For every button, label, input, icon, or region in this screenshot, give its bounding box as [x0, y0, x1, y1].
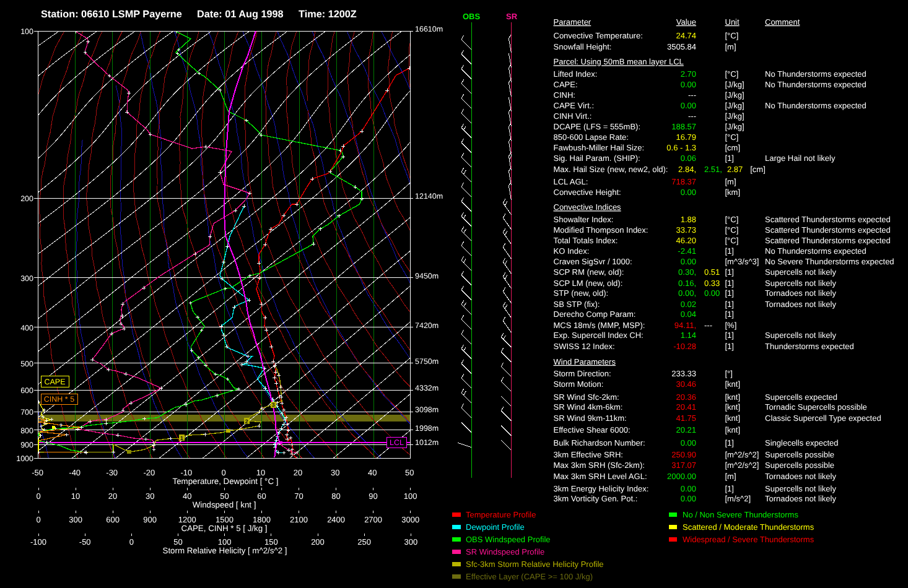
- svg-text:[km]: [km]: [725, 188, 741, 197]
- svg-text:0: 0: [36, 515, 40, 524]
- svg-text:40: 40: [183, 491, 191, 501]
- svg-text:188.57: 188.57: [671, 122, 696, 131]
- svg-text:[knt]: [knt]: [725, 379, 741, 389]
- svg-text:3km Energy Helicity Index:: 3km Energy Helicity Index:: [554, 484, 649, 493]
- svg-text:30.46: 30.46: [676, 379, 696, 389]
- svg-text:MCS 18m/s (MMP, MSP):: MCS 18m/s (MMP, MSP):: [554, 321, 645, 330]
- svg-text:0.02: 0.02: [681, 300, 696, 309]
- svg-text:SCP LM (new, old):: SCP LM (new, old):: [554, 279, 623, 288]
- svg-text:KO Index:: KO Index:: [554, 246, 590, 256]
- svg-text:3505.84: 3505.84: [667, 42, 696, 51]
- svg-text:Comment: Comment: [765, 17, 800, 27]
- svg-text:No Thunderstorms expected: No Thunderstorms expected: [765, 246, 867, 256]
- svg-text:250.90: 250.90: [671, 450, 696, 459]
- svg-text:[knt]: [knt]: [725, 425, 741, 435]
- svg-text:0.00: 0.00: [681, 484, 696, 493]
- svg-text:20: 20: [294, 468, 302, 477]
- svg-text:No Thunderstorms expected: No Thunderstorms expected: [765, 101, 867, 110]
- svg-text:[1]: [1]: [725, 153, 734, 163]
- svg-text:[knt]: [knt]: [725, 413, 741, 423]
- svg-text:3098m: 3098m: [415, 405, 439, 414]
- svg-text:CAPE Virt.:: CAPE Virt.:: [554, 101, 595, 110]
- svg-text:Sfc-3km Storm Relative Helicit: Sfc-3km Storm Relative Helicity Profile: [466, 560, 604, 569]
- svg-text:CINH:: CINH:: [554, 90, 575, 100]
- svg-text:Temperature Profile: Temperature Profile: [466, 510, 536, 519]
- svg-text:Convective Indices: Convective Indices: [554, 202, 622, 212]
- svg-text:[m^2/s^2]: [m^2/s^2]: [725, 450, 759, 459]
- svg-text:[knt]: [knt]: [725, 402, 741, 412]
- svg-text:Tornadoes not likely: Tornadoes not likely: [765, 472, 836, 481]
- svg-text:[J/kg]: [J/kg]: [725, 122, 744, 131]
- svg-text:LCL: LCL: [390, 438, 404, 447]
- svg-text:SCP RM (new, old):: SCP RM (new, old):: [554, 267, 624, 277]
- svg-text:Value: Value: [676, 17, 696, 27]
- svg-text:OBS: OBS: [463, 12, 481, 21]
- svg-text:700: 700: [20, 408, 33, 417]
- svg-text:200: 200: [20, 194, 33, 203]
- svg-text:400: 400: [20, 324, 33, 332]
- svg-text:Scattered Thunderstorms expect: Scattered Thunderstorms expected: [765, 215, 891, 224]
- svg-text:Supercells expected: Supercells expected: [765, 392, 837, 402]
- svg-text:5750m: 5750m: [415, 357, 439, 366]
- svg-text:Tornadoes not likely: Tornadoes not likely: [765, 288, 836, 298]
- svg-text:---: ---: [688, 90, 696, 100]
- svg-text:600: 600: [106, 515, 120, 524]
- svg-text:80: 80: [331, 491, 340, 501]
- svg-text:2000.00: 2000.00: [667, 472, 696, 481]
- svg-text:Supercells not likely: Supercells not likely: [765, 267, 836, 277]
- svg-text:900: 900: [20, 441, 33, 449]
- svg-text:70: 70: [294, 491, 303, 501]
- svg-text:600: 600: [20, 386, 33, 395]
- svg-text:[cm]: [cm]: [725, 143, 741, 152]
- svg-text:200: 200: [311, 537, 325, 547]
- svg-text:250: 250: [357, 537, 371, 547]
- svg-text:Tornadoes not likely: Tornadoes not likely: [765, 300, 836, 309]
- svg-text:STP (new, old):: STP (new, old):: [554, 288, 609, 298]
- svg-text:Unit: Unit: [725, 17, 740, 27]
- svg-text:1998m: 1998m: [415, 424, 439, 433]
- svg-text:7420m: 7420m: [415, 321, 439, 330]
- svg-text:SR: SR: [506, 12, 518, 21]
- svg-text:SB STP (fix):: SB STP (fix):: [554, 300, 600, 309]
- svg-text:0.00: 0.00: [681, 438, 696, 447]
- svg-text:Scattered / Moderate Thunderst: Scattered / Moderate Thunderstorms: [683, 522, 814, 532]
- svg-text:300: 300: [69, 515, 82, 524]
- svg-text:3: 3: [272, 402, 275, 408]
- svg-text:Scattered Thunderstorms expect: Scattered Thunderstorms expected: [765, 236, 891, 245]
- svg-text:[J/kg]: [J/kg]: [725, 111, 744, 121]
- svg-text:Exp. Supercell Index CH:: Exp. Supercell Index CH:: [554, 331, 644, 340]
- svg-text:No Thunderstorms expected: No Thunderstorms expected: [765, 69, 867, 79]
- svg-text:20: 20: [108, 491, 117, 501]
- svg-text:4332m: 4332m: [415, 384, 439, 392]
- svg-text:30: 30: [146, 491, 154, 501]
- svg-text:2.70: 2.70: [681, 69, 696, 79]
- svg-text:Supercells possible: Supercells possible: [765, 450, 834, 459]
- svg-text:50: 50: [220, 491, 229, 501]
- svg-text:[J/kg]: [J/kg]: [725, 80, 744, 89]
- svg-text:850-600 Lapse Rate:: 850-600 Lapse Rate:: [554, 132, 629, 142]
- svg-text:500: 500: [20, 360, 33, 368]
- svg-text:Dewpoint Profile: Dewpoint Profile: [466, 522, 525, 532]
- svg-text:40: 40: [368, 468, 377, 477]
- svg-text:Tornadic Supercells possible: Tornadic Supercells possible: [765, 402, 867, 412]
- svg-text:300: 300: [20, 274, 33, 283]
- svg-text:150: 150: [264, 537, 278, 547]
- svg-text:718.37: 718.37: [671, 177, 696, 186]
- svg-text:0.00: 0.00: [681, 101, 696, 110]
- svg-text:3km Effective SRH:: 3km Effective SRH:: [554, 450, 623, 459]
- svg-text:Showalter Index:: Showalter Index:: [554, 215, 614, 224]
- svg-text:46.20: 46.20: [676, 236, 696, 245]
- svg-text:0.00: 0.00: [681, 188, 696, 197]
- svg-text:0.00: 0.00: [704, 288, 720, 298]
- svg-text:[°C]: [°C]: [725, 215, 739, 224]
- svg-text:Storm Relative Helicity [ m^2: Storm Relative Helicity [ m^2/s^2 ]: [163, 546, 287, 555]
- svg-text:0.33: 0.33: [704, 279, 720, 288]
- svg-text:CINH * 5: CINH * 5: [44, 395, 74, 404]
- svg-text:50: 50: [405, 468, 414, 477]
- svg-text:100: 100: [404, 491, 417, 501]
- svg-text:SR Wind 9km-11km:: SR Wind 9km-11km:: [554, 413, 627, 423]
- svg-text:SR Windspeed Profile: SR Windspeed Profile: [466, 547, 544, 556]
- svg-text:CAPE, CINH * 5 [ J/kg ]: CAPE, CINH * 5 [ J/kg ]: [181, 524, 268, 533]
- svg-text:0.00: 0.00: [681, 80, 696, 89]
- svg-text:20.21: 20.21: [676, 425, 696, 435]
